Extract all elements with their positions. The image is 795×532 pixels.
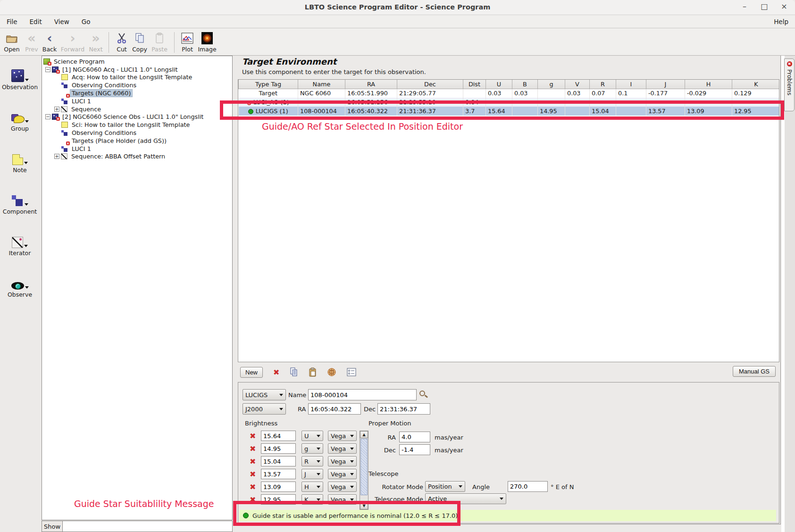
band-dropdown[interactable]: g — [301, 443, 323, 454]
tree-expand-handle[interactable]: + — [54, 154, 59, 159]
show-filter-input[interactable] — [63, 521, 232, 532]
sidebar-item-observe[interactable]: Observe — [8, 275, 32, 298]
problems-tab[interactable]: ✖ Problems — [784, 58, 795, 111]
telescope-mode-dropdown[interactable]: Active — [425, 493, 506, 504]
image-button[interactable]: Image — [196, 30, 218, 53]
delete-band-icon[interactable]: ✖ — [250, 495, 256, 504]
sidebar-item-observation[interactable]: Observation — [2, 68, 38, 91]
menu-edit[interactable]: Edit — [30, 18, 42, 25]
magnitude-input[interactable] — [261, 443, 296, 454]
pm-ra-input[interactable] — [399, 432, 430, 442]
rotator-mode-dropdown[interactable]: Position — [425, 481, 465, 492]
pm-dec-input[interactable] — [399, 444, 430, 455]
menu-go[interactable]: Go — [82, 18, 91, 25]
tree-item[interactable]: +Sequence — [42, 105, 232, 113]
magnitude-input[interactable] — [261, 482, 296, 492]
column-header-dec[interactable]: Dec — [397, 80, 463, 89]
catalog-query-icon[interactable] — [327, 367, 336, 377]
column-header-i[interactable]: I — [616, 80, 646, 89]
copy-target-icon[interactable] — [290, 367, 298, 377]
magnitude-input[interactable] — [261, 494, 296, 505]
tree-item[interactable]: LUCI 1 — [42, 97, 232, 105]
open-button[interactable]: Open — [1, 30, 23, 53]
band-dropdown[interactable]: H — [301, 482, 323, 492]
tree-item[interactable]: LUCI 1 — [42, 145, 232, 153]
delete-target-icon[interactable]: ✖ — [273, 368, 279, 377]
column-header-type-tag[interactable]: Type Tag — [239, 80, 298, 89]
target-name-input[interactable] — [308, 389, 417, 400]
cut-button[interactable]: Cut — [113, 30, 131, 53]
column-header-r[interactable]: R — [590, 80, 616, 89]
tree-expand-handle[interactable]: + — [54, 107, 59, 112]
system-dropdown[interactable]: Vega — [328, 443, 357, 454]
system-dropdown[interactable]: Vega — [328, 494, 357, 505]
tree-item[interactable]: −x[1] NGC6060 Acq - LUCI1 1.0" Longslit — [42, 66, 232, 74]
prev-button[interactable]: « Prev — [23, 30, 41, 53]
back-button[interactable]: ‹ Back — [41, 30, 59, 53]
magnitude-input[interactable] — [261, 469, 296, 479]
column-header-u[interactable]: U — [486, 80, 512, 89]
search-icon[interactable] — [419, 391, 425, 396]
column-header-h[interactable]: H — [685, 80, 732, 89]
sidebar-item-component[interactable]: Component — [3, 192, 37, 215]
tree-item[interactable]: +Sequence: ABBA Offset Pattern — [42, 153, 232, 161]
sidebar-item-note[interactable]: Note — [12, 151, 28, 174]
coordinate-system-dropdown[interactable]: J2000 — [243, 403, 286, 415]
target-row[interactable]: TargetNGC 606016:05:51.99021:29:05.770.0… — [239, 89, 780, 98]
tree-expand-handle[interactable]: − — [45, 114, 50, 119]
paste-button[interactable]: Paste — [149, 30, 170, 53]
column-header-j[interactable]: J — [646, 80, 685, 89]
angle-input[interactable] — [508, 481, 548, 492]
system-dropdown[interactable]: Vega — [328, 482, 357, 492]
scroll-down-icon[interactable]: ▼ — [360, 502, 368, 509]
tree-item[interactable]: Acq: How to tailor the Longslit Template — [42, 74, 232, 82]
menu-view[interactable]: View — [54, 18, 69, 25]
menu-file[interactable]: File — [7, 18, 17, 25]
column-header-dist[interactable]: Dist — [463, 80, 486, 89]
magnitude-input[interactable] — [261, 456, 296, 466]
tree-item[interactable]: Observing Conditions — [42, 129, 232, 137]
target-row[interactable]: LUCIGS (1)108-00010416:05:40.32221:31:36… — [239, 107, 780, 116]
tree-item[interactable]: xScience Program — [42, 58, 232, 66]
column-header-name[interactable]: Name — [298, 80, 345, 89]
menu-help[interactable]: Help — [774, 18, 788, 25]
tree-item[interactable]: Observing Conditions — [42, 81, 232, 89]
band-dropdown[interactable]: K — [301, 494, 323, 505]
target-row[interactable]: LUCI_AO (1)16:05:51.15621:29:55.100.84 — [239, 98, 780, 107]
tree-item[interactable]: −x[2] NGC6060 Science Obs - LUCI1 1.0" L… — [42, 113, 232, 121]
system-dropdown[interactable]: Vega — [328, 469, 357, 479]
band-dropdown[interactable]: U — [301, 431, 323, 441]
dec-input[interactable] — [377, 403, 430, 415]
ra-input[interactable] — [308, 403, 361, 415]
close-button[interactable]: × — [780, 2, 788, 11]
delete-band-icon[interactable]: ✖ — [250, 444, 256, 453]
next-button[interactable]: » Next — [87, 30, 105, 53]
band-dropdown[interactable]: R — [301, 456, 323, 466]
column-header-b[interactable]: B — [512, 80, 538, 89]
tree-expand-handle[interactable]: − — [45, 67, 50, 72]
manual-gs-button[interactable]: Manual GS — [733, 366, 776, 377]
system-dropdown[interactable]: Vega — [328, 431, 357, 441]
copy-button[interactable]: Copy — [131, 30, 149, 53]
column-header-g[interactable]: g — [538, 80, 565, 89]
delete-band-icon[interactable]: ✖ — [250, 457, 256, 466]
maximize-button[interactable]: □ — [760, 2, 769, 11]
plot-button[interactable]: Plot — [178, 30, 196, 53]
tree-item[interactable]: xTargets (NGC 6060) — [42, 89, 232, 97]
delete-band-icon[interactable]: ✖ — [250, 432, 256, 441]
band-dropdown[interactable]: J — [301, 469, 323, 479]
new-target-button[interactable]: New — [240, 367, 263, 378]
tree-item[interactable]: Sci: How to tailor the Longslit Template — [42, 121, 232, 129]
sidebar-item-iterator[interactable]: Iterator — [9, 234, 31, 257]
target-type-dropdown[interactable]: LUCIGS — [243, 389, 286, 400]
target-form-icon[interactable] — [347, 368, 356, 376]
magnitude-input[interactable] — [261, 431, 296, 441]
system-dropdown[interactable]: Vega — [328, 456, 357, 466]
forward-button[interactable]: › Forward — [59, 30, 87, 53]
scroll-up-icon[interactable]: ▲ — [360, 431, 368, 438]
sidebar-item-group[interactable]: Group — [11, 109, 29, 132]
minimize-button[interactable]: – — [740, 2, 749, 11]
column-header-ra[interactable]: RA — [345, 80, 397, 89]
column-header-k[interactable]: K — [732, 80, 780, 89]
column-header-v[interactable]: V — [565, 80, 590, 89]
